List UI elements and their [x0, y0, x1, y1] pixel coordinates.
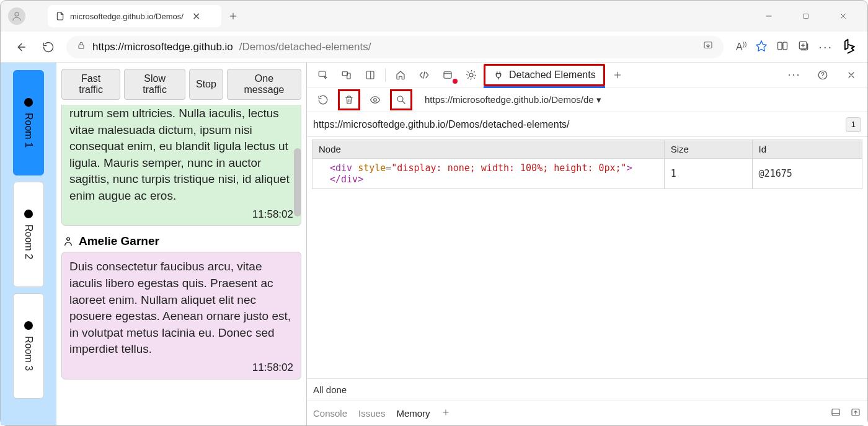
user-icon	[63, 236, 74, 247]
help-icon[interactable]	[812, 65, 834, 85]
node-cell: <div style="display: none; width: 100%; …	[312, 159, 665, 189]
detached-toolbar: https://microsoftedge.github.io/Demos/de…	[307, 87, 867, 112]
room-sidebar: Room 1 Room 2 Room 3	[1, 63, 56, 425]
drawer-add-tab-icon[interactable]	[441, 408, 450, 419]
device-emulation-icon[interactable]	[335, 65, 358, 85]
frame-selector[interactable]: https://microsoftedge.github.io/Demos/de…	[425, 94, 601, 105]
status-dot-icon	[24, 98, 33, 107]
svg-rect-11	[366, 71, 374, 79]
tab-title: microsoftedge.github.io/Demos/	[70, 12, 184, 21]
search-icon	[396, 94, 407, 105]
inspect-element-icon[interactable]	[312, 65, 334, 85]
url-input[interactable]: https://microsoftedge.github.io/Demos/de…	[66, 36, 724, 58]
frame-path: https://microsoftedge.github.io/Demos/de…	[313, 119, 570, 130]
room-label: Room 2	[23, 224, 34, 259]
detached-table: Node Size Id <div style="display: none; …	[312, 140, 862, 189]
detached-count-badge: 1	[846, 117, 861, 132]
status-text: All done	[313, 384, 347, 395]
svg-rect-1	[804, 14, 808, 19]
svg-rect-17	[832, 409, 839, 416]
chat-scroll-area[interactable]: rutrum sem ultricies. Nulla iaculis, lec…	[61, 105, 301, 425]
svg-rect-8	[319, 71, 326, 76]
eye-icon[interactable]	[364, 90, 386, 110]
bing-chat-icon[interactable]	[841, 37, 859, 57]
col-id-header[interactable]: Id	[752, 140, 862, 159]
new-tab-icon[interactable]	[606, 65, 629, 85]
svg-rect-2	[79, 45, 84, 48]
app-available-icon[interactable]	[702, 40, 714, 54]
welcome-tab-icon[interactable]	[389, 65, 412, 85]
elements-tab-icon[interactable]	[413, 65, 435, 85]
back-button[interactable]	[9, 37, 30, 58]
svg-point-0	[15, 12, 19, 16]
fast-traffic-button[interactable]: Fast traffic	[61, 69, 120, 100]
window-close-button[interactable]	[833, 6, 854, 27]
url-host: https://microsoftedge.github.io	[92, 41, 233, 53]
message-text: rutrum sem ultricies. Nulla iaculis, lec…	[69, 105, 293, 205]
lock-icon	[76, 40, 86, 53]
browser-tab[interactable]: microsoftedge.github.io/Demos/ ✕	[48, 5, 221, 27]
stop-button[interactable]: Stop	[189, 69, 223, 100]
chat-message: rutrum sem ultricies. Nulla iaculis, lec…	[61, 105, 301, 226]
url-path: /Demos/detached-elements/	[239, 41, 371, 53]
chat-controls: Fast traffic Slow traffic Stop One messa…	[61, 69, 301, 100]
page-viewport: Room 1 Room 2 Room 3 Fast traffic Slow t…	[1, 63, 307, 425]
frame-path-row: https://microsoftedge.github.io/Demos/de…	[307, 112, 867, 137]
memory-tab[interactable]: Memory	[396, 401, 430, 425]
window-minimize-button[interactable]	[758, 6, 779, 27]
dock-side-icon[interactable]	[359, 65, 381, 85]
col-node-header[interactable]: Node	[312, 140, 665, 159]
drawer-expand-icon[interactable]	[850, 407, 861, 420]
status-dot-icon	[24, 210, 33, 218]
trash-icon	[343, 94, 355, 105]
collect-garbage-button[interactable]	[338, 89, 360, 110]
read-aloud-icon[interactable]: A))	[736, 41, 746, 53]
more-tools-icon[interactable]: ···	[783, 65, 805, 85]
message-text: Duis consectetur faucibus arcu, vitae ia…	[69, 259, 293, 358]
analyze-button[interactable]	[390, 89, 412, 110]
detached-elements-tab[interactable]: Detached Elements	[484, 64, 605, 86]
status-dot-icon	[24, 321, 33, 330]
author-name: Amelie Garner	[79, 234, 159, 248]
table-row[interactable]: <div style="display: none; width: 100%; …	[312, 159, 862, 189]
collections-icon[interactable]	[797, 40, 810, 55]
close-devtools-icon[interactable]	[840, 65, 862, 85]
split-screen-icon[interactable]	[776, 40, 789, 55]
message-author: Amelie Garner	[63, 234, 301, 248]
one-message-button[interactable]: One message	[227, 69, 301, 100]
tab-label: Detached Elements	[509, 69, 596, 81]
more-icon[interactable]: ···	[818, 40, 833, 54]
svg-point-16	[397, 96, 403, 102]
profile-avatar[interactable]	[8, 7, 25, 25]
refresh-button[interactable]	[38, 37, 59, 58]
status-bar: All done	[307, 378, 867, 401]
window-maximize-button[interactable]	[795, 6, 817, 27]
scrollbar-thumb[interactable]	[294, 148, 301, 216]
close-tab-icon[interactable]: ✕	[188, 8, 205, 24]
favorite-star-icon[interactable]	[755, 40, 768, 55]
refresh-list-icon[interactable]	[312, 90, 334, 110]
address-bar: https://microsoftedge.github.io/Demos/de…	[1, 32, 867, 63]
devtools-panel: Detached Elements ··· https://microsofte…	[307, 63, 867, 425]
svg-rect-5	[783, 42, 787, 50]
devtools-main-toolbar: Detached Elements ···	[307, 63, 867, 87]
svg-rect-12	[444, 71, 451, 78]
issues-tab[interactable]: Issues	[358, 408, 385, 419]
id-cell: @21675	[752, 159, 862, 189]
room-2-button[interactable]: Room 2	[13, 182, 44, 287]
slow-traffic-button[interactable]: Slow traffic	[124, 69, 185, 100]
console-tab[interactable]: Console	[313, 408, 347, 419]
message-time: 11:58:02	[69, 360, 293, 375]
sources-tab-icon[interactable]	[460, 65, 482, 85]
titlebar: microsoftedge.github.io/Demos/ ✕	[1, 1, 867, 32]
room-3-button[interactable]: Room 3	[13, 293, 44, 399]
svg-point-13	[469, 73, 473, 77]
room-label: Room 3	[23, 336, 34, 371]
new-tab-button[interactable]	[225, 8, 241, 24]
application-tab-icon[interactable]	[436, 65, 459, 85]
col-size-header[interactable]: Size	[664, 140, 752, 159]
svg-point-7	[67, 237, 70, 241]
room-1-button[interactable]: Room 1	[13, 70, 44, 175]
drawer-dock-icon[interactable]	[830, 407, 841, 420]
page-icon	[55, 11, 65, 21]
